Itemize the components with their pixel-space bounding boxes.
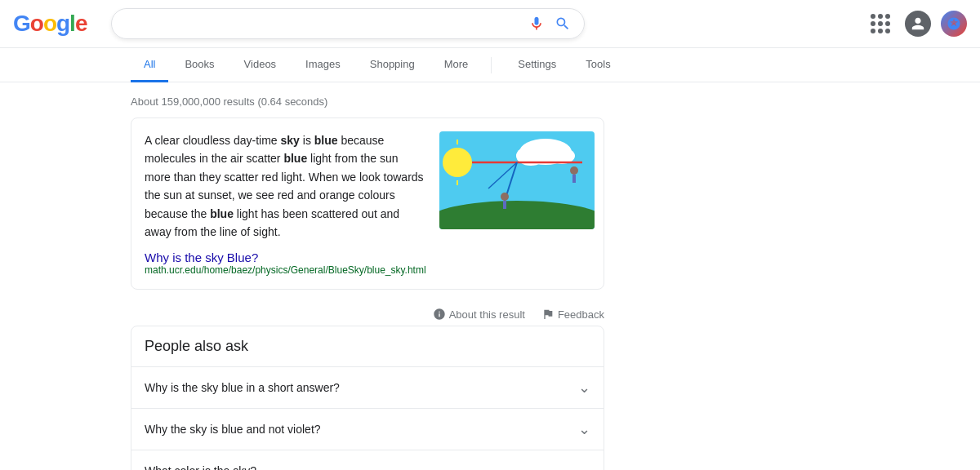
tab-settings[interactable]: Settings xyxy=(505,48,569,82)
google-logo[interactable]: Google xyxy=(13,11,87,37)
paa-question-1: Why the sky is blue and not violet? xyxy=(145,423,321,436)
snippet-url: math.ucr.edu/home/baez/physics/General/B… xyxy=(145,264,426,276)
grid-dot xyxy=(885,21,890,26)
logo-letter-o2: o xyxy=(43,11,56,36)
grid-dot xyxy=(871,14,875,19)
grid-dot xyxy=(885,14,890,19)
chevron-down-icon-1: ⌄ xyxy=(578,420,590,438)
sky-svg xyxy=(439,131,595,229)
chevron-down-icon-0: ⌄ xyxy=(578,379,590,397)
search-bar[interactable]: why is the sky blue xyxy=(111,8,585,39)
paa-item-0[interactable]: Why is the sky blue in a short answer? ⌄ xyxy=(131,367,604,409)
feedback-label: Feedback xyxy=(558,308,604,321)
tab-books[interactable]: Books xyxy=(172,48,227,82)
tab-all[interactable]: All xyxy=(131,48,168,82)
avatar[interactable] xyxy=(905,11,931,37)
snippet-body: A clear cloudless day-time sky is blue b… xyxy=(145,131,426,276)
grid-dot xyxy=(878,29,883,33)
main-content: About 159,000,000 results (0.64 seconds)… xyxy=(0,82,719,470)
feedback-button[interactable]: Feedback xyxy=(541,308,604,321)
logo-letter-g: G xyxy=(13,11,30,36)
about-result-label: About this result xyxy=(449,308,525,321)
people-also-ask-box: People also ask Why is the sky blue in a… xyxy=(131,326,604,470)
paa-item-1[interactable]: Why the sky is blue and not violet? ⌄ xyxy=(131,409,604,450)
tab-videos[interactable]: Videos xyxy=(231,48,290,82)
svg-rect-14 xyxy=(503,201,506,209)
logo-letter-l: l xyxy=(69,11,75,36)
grid-dot xyxy=(878,21,883,26)
paa-question-2: What color is the sky? xyxy=(145,464,256,470)
tab-tools[interactable]: Tools xyxy=(572,48,623,82)
paa-item-2[interactable]: What color is the sky? ⌄ xyxy=(131,450,604,470)
microphone-icon[interactable] xyxy=(528,16,545,32)
google-account-icon[interactable] xyxy=(941,11,967,37)
grid-dot xyxy=(871,21,875,26)
people-also-ask-header: People also ask xyxy=(131,326,604,367)
snippet-image xyxy=(439,131,595,229)
results-count: About 159,000,000 results (0.64 seconds) xyxy=(131,91,719,118)
tab-images[interactable]: Images xyxy=(292,48,354,82)
svg-rect-16 xyxy=(572,175,576,183)
chevron-down-icon-2: ⌄ xyxy=(578,462,590,470)
nav-tabs: All Books Videos Images Shopping More Se… xyxy=(0,48,980,82)
snippet-text: A clear cloudless day-time sky is blue b… xyxy=(145,131,426,241)
logo-letter-o1: o xyxy=(30,11,43,36)
flag-icon xyxy=(541,308,555,321)
tab-shopping[interactable]: Shopping xyxy=(357,48,428,82)
search-input[interactable]: why is the sky blue xyxy=(125,16,520,31)
svg-point-13 xyxy=(501,193,509,201)
paa-question-0: Why is the sky blue in a short answer? xyxy=(145,381,340,394)
nav-divider xyxy=(491,57,492,73)
svg-point-15 xyxy=(570,166,578,175)
snippet-footer: About this result Feedback xyxy=(131,303,604,326)
svg-point-1 xyxy=(439,201,595,229)
tab-more[interactable]: More xyxy=(431,48,482,82)
grid-dot xyxy=(878,14,883,19)
about-result[interactable]: About this result xyxy=(433,308,525,321)
header-right xyxy=(866,9,967,38)
logo-letter-g2: g xyxy=(56,11,69,36)
header: Google why is the sky blue xyxy=(0,0,980,48)
search-icon[interactable] xyxy=(555,16,571,32)
snippet-title-link[interactable]: Why is the sky Blue? xyxy=(145,251,258,264)
google-apps-icon[interactable] xyxy=(866,9,895,38)
grid-dot xyxy=(885,29,890,33)
featured-snippet: A clear cloudless day-time sky is blue b… xyxy=(131,118,604,290)
grid-dot xyxy=(871,29,875,33)
svg-point-2 xyxy=(443,148,472,177)
logo-letter-e: e xyxy=(75,11,87,36)
search-icons-group xyxy=(528,16,571,32)
snippet-link[interactable]: Why is the sky Blue? math.ucr.edu/home/b… xyxy=(145,251,426,276)
info-icon xyxy=(433,308,446,321)
